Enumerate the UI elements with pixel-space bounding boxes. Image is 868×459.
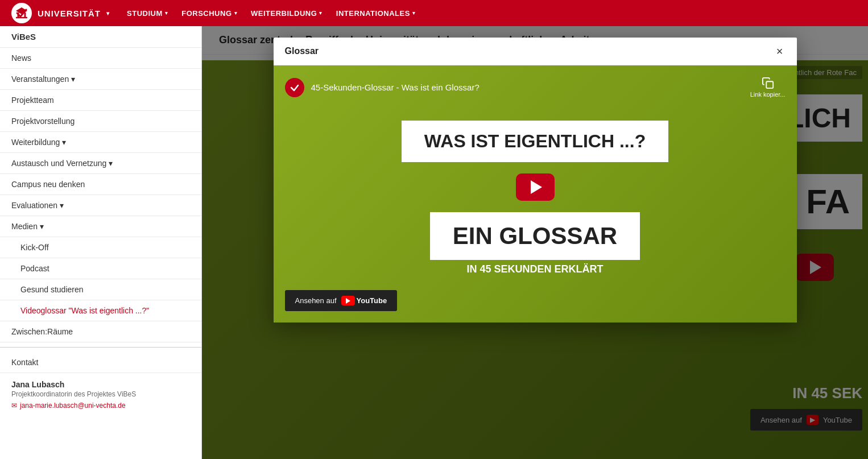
sidebar-item-podcast[interactable]: Podcast — [0, 258, 201, 279]
sidebar-item-veranstaltungen[interactable]: Veranstaltungen ▾ — [0, 69, 201, 90]
video-top-bar: 45-Sekunden-Glossar - Was ist ein Glossa… — [285, 77, 786, 98]
content-area: Glossar zentraler Begriffe der Universit… — [202, 26, 868, 459]
sidebar-item-evaluationen[interactable]: Evaluationen ▾ — [0, 195, 201, 216]
video-bottom-text-box: EIN GLOSSAR — [430, 212, 640, 260]
sidebar: ViBeS News Veranstaltungen ▾ Projektteam… — [0, 26, 202, 459]
university-logo[interactable]: UNIVERSITÄT ▾ — [11, 3, 110, 23]
channel-title: 45-Sekunden-Glossar - Was ist ein Glossa… — [311, 82, 480, 92]
sidebar-item-projektteam[interactable]: Projektteam — [0, 90, 201, 111]
nav-weiterbildung[interactable]: WEITERBILDUNG ▾ — [251, 9, 323, 18]
sidebar-item-austausch[interactable]: Austausch und Vernetzung ▾ — [0, 153, 201, 174]
watch-label: Ansehen auf — [295, 296, 337, 305]
channel-icon — [285, 78, 304, 97]
email-icon: ✉ — [11, 402, 17, 410]
nav-forschung[interactable]: FORSCHUNG ▾ — [181, 9, 237, 18]
play-triangle-icon — [531, 180, 542, 194]
sidebar-contact-block: Jana Lubasch Projektkoordinatorin des Pr… — [0, 373, 201, 416]
nav-items: STUDIUM ▾ FORSCHUNG ▾ WEITERBILDUNG ▾ IN… — [127, 9, 415, 18]
contact-role: Projektkoordinatorin des Projektes ViBeS — [11, 390, 190, 398]
university-arrow: ▾ — [106, 10, 110, 16]
video-bottom-bar: Ansehen auf YouTube — [285, 290, 786, 311]
sidebar-item-weiterbildung[interactable]: Weiterbildung ▾ — [0, 132, 201, 153]
channel-logo-icon — [289, 82, 300, 93]
sidebar-divider — [0, 347, 201, 348]
sidebar-item-vibes[interactable]: ViBeS — [0, 26, 201, 48]
sidebar-item-videoglossar[interactable]: Videoglossar "Was ist eigentlich ...?" — [0, 300, 201, 321]
sidebar-item-projektvorstellung[interactable]: Projektvorstellung — [0, 111, 201, 132]
copy-link-label: Link kopier... — [750, 91, 786, 98]
contact-name: Jana Lubasch — [11, 380, 190, 389]
video-content: WAS IST EIGENTLICH ...? EIN GLOSSAR IN 4… — [285, 109, 786, 281]
svg-rect-2 — [766, 81, 773, 88]
modal-title: Glossar — [285, 46, 319, 56]
sidebar-item-campus[interactable]: Campus neu denken — [0, 174, 201, 195]
play-button[interactable] — [516, 173, 555, 201]
university-name: UNIVERSITÄT — [38, 9, 101, 18]
youtube-label: YouTube — [357, 296, 387, 305]
video-channel: 45-Sekunden-Glossar - Was ist ein Glossa… — [285, 78, 480, 97]
video-sub-text: IN 45 SEKUNDEN ERKLÄRT — [466, 263, 603, 275]
sidebar-item-medien[interactable]: Medien ▾ — [0, 216, 201, 237]
sidebar-item-kontakt[interactable]: Kontakt — [0, 352, 201, 373]
sidebar-item-kickoff[interactable]: Kick-Off — [0, 237, 201, 258]
youtube-icon — [341, 296, 355, 305]
watch-on-youtube-button[interactable]: Ansehen auf YouTube — [285, 290, 398, 311]
modal-header: Glossar × — [274, 38, 797, 65]
main-layout: ViBeS News Veranstaltungen ▾ Projektteam… — [0, 26, 868, 459]
modal-overlay: Glossar × 4 — [202, 26, 868, 459]
modal-close-button[interactable]: × — [774, 46, 786, 57]
sidebar-item-news[interactable]: News — [0, 48, 201, 69]
sidebar-item-gesund[interactable]: Gesund studieren — [0, 279, 201, 300]
sidebar-item-zwischenraeume[interactable]: Zwischen:Räume — [0, 321, 201, 342]
nav-internationales[interactable]: INTERNATIONALES ▾ — [336, 9, 416, 18]
logo-icon — [11, 3, 32, 23]
video-container: 45-Sekunden-Glossar - Was ist ein Glossa… — [274, 65, 797, 322]
video-top-text-box: WAS IST EIGENTLICH ...? — [402, 121, 668, 162]
youtube-logo: YouTube — [341, 296, 387, 305]
nav-studium[interactable]: STUDIUM ▾ — [127, 9, 168, 18]
copy-icon — [762, 77, 774, 89]
contact-email[interactable]: ✉ jana-marie.lubasch@uni-vechta.de — [11, 402, 190, 410]
top-navigation: UNIVERSITÄT ▾ STUDIUM ▾ FORSCHUNG ▾ WEIT… — [0, 0, 868, 26]
modal-dialog: Glossar × 4 — [274, 38, 797, 322]
copy-link-button[interactable]: Link kopier... — [750, 77, 786, 98]
